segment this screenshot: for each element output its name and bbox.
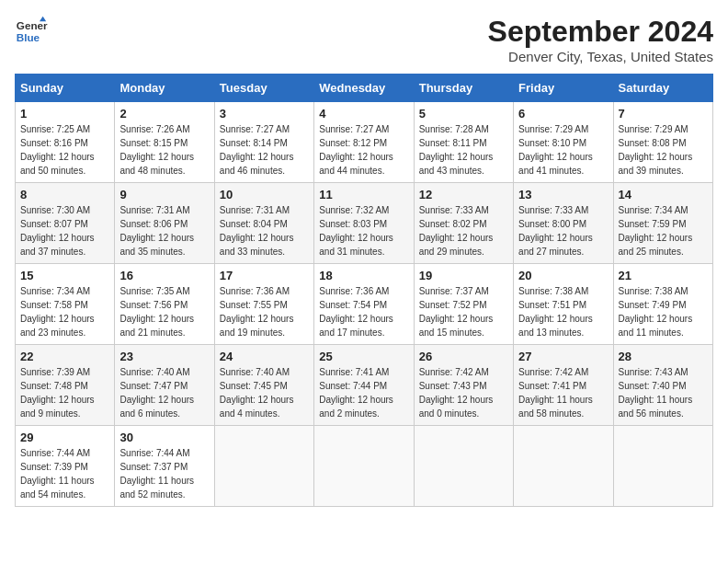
calendar-cell xyxy=(214,426,313,507)
page-header: General Blue September 2024 Denver City,… xyxy=(15,15,713,64)
day-number: 10 xyxy=(220,188,309,201)
day-info: Sunrise: 7:27 AM Sunset: 8:14 PM Dayligh… xyxy=(220,122,309,178)
calendar-row-1: 8Sunrise: 7:30 AM Sunset: 8:07 PM Daylig… xyxy=(16,183,713,264)
calendar-subtitle: Denver City, Texas, United States xyxy=(488,49,713,64)
day-info: Sunrise: 7:40 AM Sunset: 7:47 PM Dayligh… xyxy=(119,365,209,420)
day-number: 8 xyxy=(20,188,109,201)
day-info: Sunrise: 7:29 AM Sunset: 8:08 PM Dayligh… xyxy=(619,122,708,178)
col-header-saturday: Saturday xyxy=(613,75,712,102)
day-number: 27 xyxy=(518,350,608,363)
day-info: Sunrise: 7:35 AM Sunset: 7:56 PM Dayligh… xyxy=(119,284,209,339)
calendar-cell: 16Sunrise: 7:35 AM Sunset: 7:56 PM Dayli… xyxy=(115,264,214,345)
calendar-row-2: 15Sunrise: 7:34 AM Sunset: 7:58 PM Dayli… xyxy=(16,264,713,345)
day-number: 1 xyxy=(20,107,109,121)
day-info: Sunrise: 7:44 AM Sunset: 7:39 PM Dayligh… xyxy=(20,446,109,501)
day-number: 2 xyxy=(119,107,209,121)
calendar-cell: 6Sunrise: 7:29 AM Sunset: 8:10 PM Daylig… xyxy=(514,102,613,183)
calendar-cell: 4Sunrise: 7:27 AM Sunset: 8:12 PM Daylig… xyxy=(314,102,414,183)
day-number: 17 xyxy=(220,269,309,282)
day-info: Sunrise: 7:29 AM Sunset: 8:10 PM Dayligh… xyxy=(518,122,608,178)
day-info: Sunrise: 7:33 AM Sunset: 8:00 PM Dayligh… xyxy=(518,203,608,259)
day-info: Sunrise: 7:38 AM Sunset: 7:51 PM Dayligh… xyxy=(518,284,608,339)
day-number: 7 xyxy=(619,107,708,121)
day-info: Sunrise: 7:44 AM Sunset: 7:37 PM Dayligh… xyxy=(119,446,209,501)
day-info: Sunrise: 7:37 AM Sunset: 7:52 PM Dayligh… xyxy=(419,284,508,339)
day-number: 28 xyxy=(619,350,708,363)
calendar-table: SundayMondayTuesdayWednesdayThursdayFrid… xyxy=(15,74,713,507)
day-info: Sunrise: 7:43 AM Sunset: 7:40 PM Dayligh… xyxy=(619,365,708,420)
calendar-cell: 23Sunrise: 7:40 AM Sunset: 7:47 PM Dayli… xyxy=(115,345,214,426)
day-number: 16 xyxy=(119,269,209,282)
day-number: 21 xyxy=(619,269,708,282)
calendar-cell: 12Sunrise: 7:33 AM Sunset: 8:02 PM Dayli… xyxy=(414,183,513,264)
calendar-cell: 7Sunrise: 7:29 AM Sunset: 8:08 PM Daylig… xyxy=(613,102,712,183)
calendar-cell xyxy=(514,426,613,507)
day-number: 3 xyxy=(220,107,309,121)
day-info: Sunrise: 7:27 AM Sunset: 8:12 PM Dayligh… xyxy=(319,122,408,178)
day-number: 5 xyxy=(419,107,508,121)
calendar-cell: 11Sunrise: 7:32 AM Sunset: 8:03 PM Dayli… xyxy=(314,183,414,264)
day-number: 26 xyxy=(419,350,508,363)
day-info: Sunrise: 7:25 AM Sunset: 8:16 PM Dayligh… xyxy=(20,122,109,178)
day-info: Sunrise: 7:28 AM Sunset: 8:11 PM Dayligh… xyxy=(419,122,508,178)
day-info: Sunrise: 7:39 AM Sunset: 7:48 PM Dayligh… xyxy=(20,365,109,420)
day-number: 9 xyxy=(119,188,209,201)
calendar-cell: 18Sunrise: 7:36 AM Sunset: 7:54 PM Dayli… xyxy=(314,264,414,345)
day-info: Sunrise: 7:34 AM Sunset: 7:59 PM Dayligh… xyxy=(619,203,708,259)
day-info: Sunrise: 7:38 AM Sunset: 7:49 PM Dayligh… xyxy=(619,284,708,339)
svg-text:Blue: Blue xyxy=(17,31,40,43)
day-number: 29 xyxy=(20,431,109,444)
day-info: Sunrise: 7:33 AM Sunset: 8:02 PM Dayligh… xyxy=(419,203,508,259)
day-number: 11 xyxy=(319,188,408,201)
day-info: Sunrise: 7:36 AM Sunset: 7:54 PM Dayligh… xyxy=(319,284,408,339)
day-number: 30 xyxy=(119,431,209,444)
day-number: 6 xyxy=(518,107,608,121)
calendar-cell: 19Sunrise: 7:37 AM Sunset: 7:52 PM Dayli… xyxy=(414,264,513,345)
col-header-friday: Friday xyxy=(514,75,613,102)
calendar-cell xyxy=(414,426,513,507)
calendar-title: September 2024 xyxy=(488,15,713,49)
logo: General Blue xyxy=(15,15,48,48)
col-header-sunday: Sunday xyxy=(16,75,115,102)
calendar-cell xyxy=(613,426,712,507)
calendar-cell: 25Sunrise: 7:41 AM Sunset: 7:44 PM Dayli… xyxy=(314,345,414,426)
calendar-row-0: 1Sunrise: 7:25 AM Sunset: 8:16 PM Daylig… xyxy=(16,102,713,183)
day-number: 18 xyxy=(319,269,408,282)
day-number: 12 xyxy=(419,188,508,201)
day-info: Sunrise: 7:36 AM Sunset: 7:55 PM Dayligh… xyxy=(220,284,309,339)
col-header-monday: Monday xyxy=(115,75,214,102)
day-number: 24 xyxy=(220,350,309,363)
calendar-cell xyxy=(314,426,414,507)
day-info: Sunrise: 7:31 AM Sunset: 8:04 PM Dayligh… xyxy=(220,203,309,259)
calendar-cell: 2Sunrise: 7:26 AM Sunset: 8:15 PM Daylig… xyxy=(115,102,214,183)
day-info: Sunrise: 7:31 AM Sunset: 8:06 PM Dayligh… xyxy=(119,203,209,259)
calendar-cell: 8Sunrise: 7:30 AM Sunset: 8:07 PM Daylig… xyxy=(16,183,115,264)
col-header-tuesday: Tuesday xyxy=(214,75,313,102)
calendar-cell: 24Sunrise: 7:40 AM Sunset: 7:45 PM Dayli… xyxy=(214,345,313,426)
calendar-cell: 15Sunrise: 7:34 AM Sunset: 7:58 PM Dayli… xyxy=(16,264,115,345)
calendar-cell: 9Sunrise: 7:31 AM Sunset: 8:06 PM Daylig… xyxy=(115,183,214,264)
logo-icon: General Blue xyxy=(15,15,48,48)
calendar-cell: 10Sunrise: 7:31 AM Sunset: 8:04 PM Dayli… xyxy=(214,183,313,264)
calendar-cell: 28Sunrise: 7:43 AM Sunset: 7:40 PM Dayli… xyxy=(613,345,712,426)
day-number: 25 xyxy=(319,350,408,363)
col-header-thursday: Thursday xyxy=(414,75,513,102)
day-number: 23 xyxy=(119,350,209,363)
calendar-cell: 27Sunrise: 7:42 AM Sunset: 7:41 PM Dayli… xyxy=(514,345,613,426)
calendar-row-4: 29Sunrise: 7:44 AM Sunset: 7:39 PM Dayli… xyxy=(16,426,713,507)
calendar-cell: 21Sunrise: 7:38 AM Sunset: 7:49 PM Dayli… xyxy=(613,264,712,345)
day-info: Sunrise: 7:32 AM Sunset: 8:03 PM Dayligh… xyxy=(319,203,408,259)
day-info: Sunrise: 7:34 AM Sunset: 7:58 PM Dayligh… xyxy=(20,284,109,339)
calendar-cell: 17Sunrise: 7:36 AM Sunset: 7:55 PM Dayli… xyxy=(214,264,313,345)
day-number: 19 xyxy=(419,269,508,282)
col-header-wednesday: Wednesday xyxy=(314,75,414,102)
day-info: Sunrise: 7:41 AM Sunset: 7:44 PM Dayligh… xyxy=(319,365,408,420)
day-number: 15 xyxy=(20,269,109,282)
day-number: 22 xyxy=(20,350,109,363)
day-number: 14 xyxy=(619,188,708,201)
day-info: Sunrise: 7:42 AM Sunset: 7:41 PM Dayligh… xyxy=(518,365,608,420)
calendar-cell: 26Sunrise: 7:42 AM Sunset: 7:43 PM Dayli… xyxy=(414,345,513,426)
calendar-cell: 29Sunrise: 7:44 AM Sunset: 7:39 PM Dayli… xyxy=(16,426,115,507)
calendar-cell: 5Sunrise: 7:28 AM Sunset: 8:11 PM Daylig… xyxy=(414,102,513,183)
calendar-cell: 22Sunrise: 7:39 AM Sunset: 7:48 PM Dayli… xyxy=(16,345,115,426)
